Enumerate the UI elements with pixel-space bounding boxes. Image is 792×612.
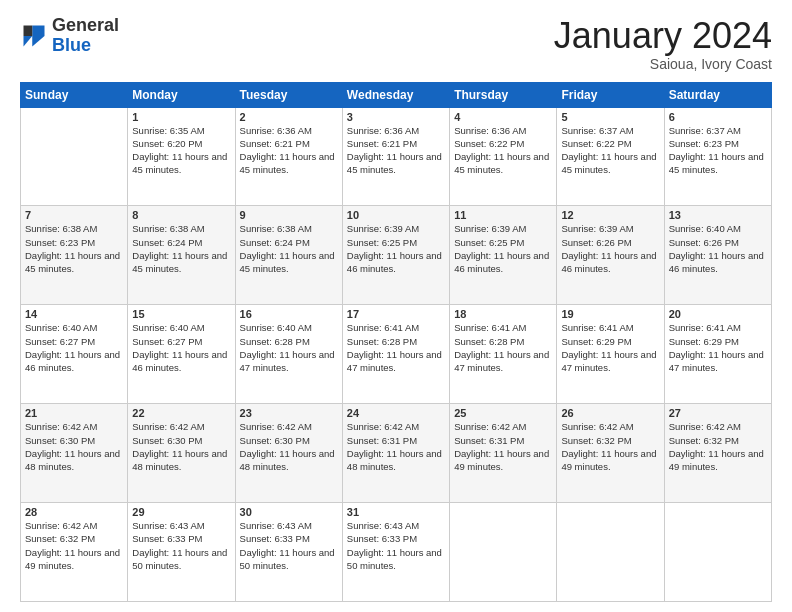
day-info: Sunrise: 6:39 AMSunset: 6:25 PMDaylight:… xyxy=(454,222,552,275)
calendar-week-3: 14 Sunrise: 6:40 AMSunset: 6:27 PMDaylig… xyxy=(21,305,772,404)
calendar-cell: 11 Sunrise: 6:39 AMSunset: 6:25 PMDaylig… xyxy=(450,206,557,305)
day-number: 15 xyxy=(132,308,230,320)
calendar-cell: 7 Sunrise: 6:38 AMSunset: 6:23 PMDayligh… xyxy=(21,206,128,305)
day-number: 22 xyxy=(132,407,230,419)
calendar-header-sunday: Sunday xyxy=(21,82,128,107)
calendar-week-2: 7 Sunrise: 6:38 AMSunset: 6:23 PMDayligh… xyxy=(21,206,772,305)
day-info: Sunrise: 6:40 AMSunset: 6:27 PMDaylight:… xyxy=(25,321,123,374)
calendar-cell: 25 Sunrise: 6:42 AMSunset: 6:31 PMDaylig… xyxy=(450,404,557,503)
day-number: 7 xyxy=(25,209,123,221)
day-number: 25 xyxy=(454,407,552,419)
day-info: Sunrise: 6:43 AMSunset: 6:33 PMDaylight:… xyxy=(240,519,338,572)
day-number: 8 xyxy=(132,209,230,221)
calendar-week-5: 28 Sunrise: 6:42 AMSunset: 6:32 PMDaylig… xyxy=(21,503,772,602)
calendar-cell: 10 Sunrise: 6:39 AMSunset: 6:25 PMDaylig… xyxy=(342,206,449,305)
calendar-week-4: 21 Sunrise: 6:42 AMSunset: 6:30 PMDaylig… xyxy=(21,404,772,503)
calendar-cell: 19 Sunrise: 6:41 AMSunset: 6:29 PMDaylig… xyxy=(557,305,664,404)
day-info: Sunrise: 6:42 AMSunset: 6:31 PMDaylight:… xyxy=(347,420,445,473)
calendar-cell: 28 Sunrise: 6:42 AMSunset: 6:32 PMDaylig… xyxy=(21,503,128,602)
calendar-cell: 27 Sunrise: 6:42 AMSunset: 6:32 PMDaylig… xyxy=(664,404,771,503)
day-number: 16 xyxy=(240,308,338,320)
calendar-cell: 21 Sunrise: 6:42 AMSunset: 6:30 PMDaylig… xyxy=(21,404,128,503)
day-info: Sunrise: 6:41 AMSunset: 6:29 PMDaylight:… xyxy=(561,321,659,374)
calendar-cell: 13 Sunrise: 6:40 AMSunset: 6:26 PMDaylig… xyxy=(664,206,771,305)
day-info: Sunrise: 6:40 AMSunset: 6:28 PMDaylight:… xyxy=(240,321,338,374)
day-info: Sunrise: 6:42 AMSunset: 6:30 PMDaylight:… xyxy=(240,420,338,473)
day-info: Sunrise: 6:37 AMSunset: 6:23 PMDaylight:… xyxy=(669,124,767,177)
day-number: 29 xyxy=(132,506,230,518)
day-number: 17 xyxy=(347,308,445,320)
day-info: Sunrise: 6:40 AMSunset: 6:26 PMDaylight:… xyxy=(669,222,767,275)
day-info: Sunrise: 6:40 AMSunset: 6:27 PMDaylight:… xyxy=(132,321,230,374)
day-number: 1 xyxy=(132,111,230,123)
calendar-cell: 22 Sunrise: 6:42 AMSunset: 6:30 PMDaylig… xyxy=(128,404,235,503)
logo-general: General xyxy=(52,15,119,35)
day-number: 3 xyxy=(347,111,445,123)
calendar-cell: 3 Sunrise: 6:36 AMSunset: 6:21 PMDayligh… xyxy=(342,107,449,206)
day-number: 12 xyxy=(561,209,659,221)
calendar-cell: 5 Sunrise: 6:37 AMSunset: 6:22 PMDayligh… xyxy=(557,107,664,206)
day-info: Sunrise: 6:36 AMSunset: 6:21 PMDaylight:… xyxy=(347,124,445,177)
day-info: Sunrise: 6:38 AMSunset: 6:23 PMDaylight:… xyxy=(25,222,123,275)
day-info: Sunrise: 6:42 AMSunset: 6:30 PMDaylight:… xyxy=(132,420,230,473)
day-info: Sunrise: 6:38 AMSunset: 6:24 PMDaylight:… xyxy=(240,222,338,275)
logo-text: General Blue xyxy=(52,16,119,56)
calendar-header-monday: Monday xyxy=(128,82,235,107)
day-info: Sunrise: 6:42 AMSunset: 6:31 PMDaylight:… xyxy=(454,420,552,473)
day-number: 31 xyxy=(347,506,445,518)
calendar-cell xyxy=(664,503,771,602)
page: General Blue January 2024 Saioua, Ivory … xyxy=(0,0,792,612)
header: General Blue January 2024 Saioua, Ivory … xyxy=(20,16,772,72)
day-info: Sunrise: 6:35 AMSunset: 6:20 PMDaylight:… xyxy=(132,124,230,177)
day-info: Sunrise: 6:36 AMSunset: 6:21 PMDaylight:… xyxy=(240,124,338,177)
day-info: Sunrise: 6:36 AMSunset: 6:22 PMDaylight:… xyxy=(454,124,552,177)
calendar-cell: 20 Sunrise: 6:41 AMSunset: 6:29 PMDaylig… xyxy=(664,305,771,404)
day-number: 27 xyxy=(669,407,767,419)
day-number: 6 xyxy=(669,111,767,123)
logo: General Blue xyxy=(20,16,119,56)
day-number: 20 xyxy=(669,308,767,320)
day-info: Sunrise: 6:39 AMSunset: 6:26 PMDaylight:… xyxy=(561,222,659,275)
day-number: 28 xyxy=(25,506,123,518)
calendar-cell: 26 Sunrise: 6:42 AMSunset: 6:32 PMDaylig… xyxy=(557,404,664,503)
calendar-header-tuesday: Tuesday xyxy=(235,82,342,107)
day-info: Sunrise: 6:42 AMSunset: 6:30 PMDaylight:… xyxy=(25,420,123,473)
calendar-cell: 6 Sunrise: 6:37 AMSunset: 6:23 PMDayligh… xyxy=(664,107,771,206)
day-info: Sunrise: 6:37 AMSunset: 6:22 PMDaylight:… xyxy=(561,124,659,177)
day-number: 4 xyxy=(454,111,552,123)
day-number: 13 xyxy=(669,209,767,221)
day-info: Sunrise: 6:43 AMSunset: 6:33 PMDaylight:… xyxy=(347,519,445,572)
calendar-cell: 30 Sunrise: 6:43 AMSunset: 6:33 PMDaylig… xyxy=(235,503,342,602)
calendar-cell xyxy=(450,503,557,602)
calendar-cell: 15 Sunrise: 6:40 AMSunset: 6:27 PMDaylig… xyxy=(128,305,235,404)
day-number: 11 xyxy=(454,209,552,221)
logo-icon xyxy=(20,22,48,50)
day-info: Sunrise: 6:41 AMSunset: 6:29 PMDaylight:… xyxy=(669,321,767,374)
day-number: 18 xyxy=(454,308,552,320)
day-info: Sunrise: 6:41 AMSunset: 6:28 PMDaylight:… xyxy=(347,321,445,374)
calendar-cell: 2 Sunrise: 6:36 AMSunset: 6:21 PMDayligh… xyxy=(235,107,342,206)
svg-marker-2 xyxy=(24,36,33,47)
calendar-cell: 23 Sunrise: 6:42 AMSunset: 6:30 PMDaylig… xyxy=(235,404,342,503)
calendar-cell: 31 Sunrise: 6:43 AMSunset: 6:33 PMDaylig… xyxy=(342,503,449,602)
day-number: 14 xyxy=(25,308,123,320)
day-info: Sunrise: 6:42 AMSunset: 6:32 PMDaylight:… xyxy=(25,519,123,572)
day-info: Sunrise: 6:42 AMSunset: 6:32 PMDaylight:… xyxy=(561,420,659,473)
calendar-cell: 14 Sunrise: 6:40 AMSunset: 6:27 PMDaylig… xyxy=(21,305,128,404)
calendar-cell: 24 Sunrise: 6:42 AMSunset: 6:31 PMDaylig… xyxy=(342,404,449,503)
calendar-cell xyxy=(557,503,664,602)
day-number: 9 xyxy=(240,209,338,221)
day-number: 2 xyxy=(240,111,338,123)
day-info: Sunrise: 6:43 AMSunset: 6:33 PMDaylight:… xyxy=(132,519,230,572)
calendar-cell: 8 Sunrise: 6:38 AMSunset: 6:24 PMDayligh… xyxy=(128,206,235,305)
day-info: Sunrise: 6:39 AMSunset: 6:25 PMDaylight:… xyxy=(347,222,445,275)
calendar-table: SundayMondayTuesdayWednesdayThursdayFrid… xyxy=(20,82,772,602)
calendar-week-1: 1 Sunrise: 6:35 AMSunset: 6:20 PMDayligh… xyxy=(21,107,772,206)
calendar-cell: 16 Sunrise: 6:40 AMSunset: 6:28 PMDaylig… xyxy=(235,305,342,404)
calendar-header-wednesday: Wednesday xyxy=(342,82,449,107)
day-number: 21 xyxy=(25,407,123,419)
subtitle: Saioua, Ivory Coast xyxy=(554,56,772,72)
day-info: Sunrise: 6:41 AMSunset: 6:28 PMDaylight:… xyxy=(454,321,552,374)
day-number: 26 xyxy=(561,407,659,419)
svg-marker-1 xyxy=(24,25,33,36)
